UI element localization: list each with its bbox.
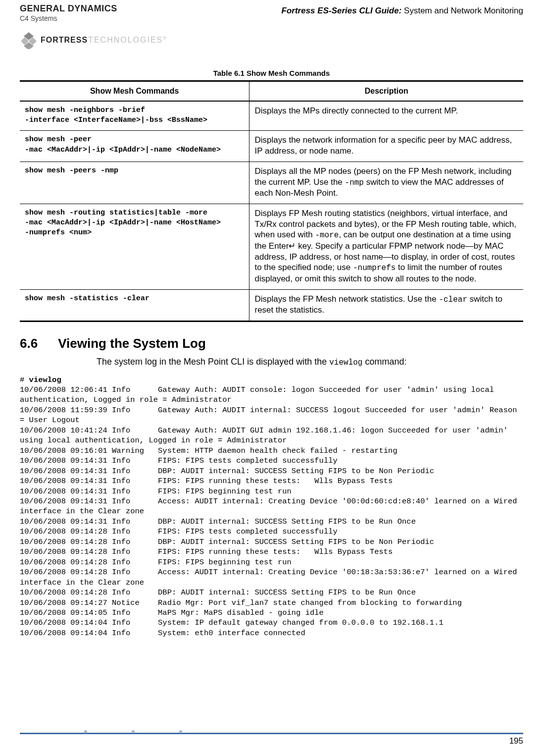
brand-technologies: TECHNOLOGIES® [88, 36, 167, 45]
show-mesh-commands-table: Show Mesh Commands Description show mesh… [20, 80, 523, 322]
table-header-row: Show Mesh Commands Description [20, 81, 523, 101]
shell-prompt: # [20, 376, 29, 384]
page-footer: 195 [20, 733, 523, 746]
desc-text: Displays FP Mesh routing statistics (nei… [249, 204, 523, 289]
fortress-icon [20, 31, 38, 49]
dot-icon [84, 730, 87, 733]
guide-title-em: Fortress ES-Series CLI Guide: [282, 6, 402, 15]
company-subline: C4 Systems [20, 14, 57, 22]
desc-mono: -nmp [345, 178, 364, 187]
cmd-text: show mesh -statistics -clear [25, 294, 244, 304]
desc-text: Displays all the MP nodes (peers) on the… [249, 162, 523, 204]
table-row: show mesh -peers -nmp Displays all the M… [20, 162, 523, 204]
guide-title-rest: System and Network Monitoring [401, 6, 523, 15]
logo-block: GENERAL DYNAMICS C4 Systems FORTRESS [20, 4, 167, 49]
guide-title: Fortress ES-Series CLI Guide: System and… [282, 6, 523, 16]
col-commands: Show Mesh Commands [20, 81, 249, 101]
dot-icon [132, 730, 135, 733]
para-mono: viewlog [329, 358, 362, 367]
company-name: GENERAL DYNAMICS [20, 4, 117, 13]
cmd-text: show mesh -peers -nmp [25, 166, 244, 176]
dot-icon [179, 730, 182, 733]
para-part: The system log in the Mesh Point CLI is … [97, 357, 329, 367]
cmd-text: show mesh -neighbors -brief -interface <… [25, 106, 244, 126]
viewlog-output: # viewlog 10/06/2008 12:06:41 Info Gatew… [20, 375, 523, 639]
page-header: GENERAL DYNAMICS C4 Systems FORTRESS [20, 0, 523, 49]
desc-part: Displays the FP Mesh network statistics.… [254, 294, 439, 304]
page-number: 195 [509, 736, 523, 746]
brand-tech-text: TECHNOLOGIES [88, 36, 163, 44]
brand-fortress: FORTRESS [41, 36, 88, 45]
table-row: show mesh -statistics -clear Displays th… [20, 289, 523, 321]
desc-text: Displays the network information for a s… [249, 131, 523, 162]
section-number: 6.6 [20, 336, 54, 351]
brand-row: FORTRESS TECHNOLOGIES® [20, 31, 167, 49]
desc-mono: -numprefs [353, 264, 395, 272]
col-description: Description [249, 81, 523, 101]
table-row: show mesh -neighbors -brief -interface <… [20, 101, 523, 131]
table-row: show mesh -routing statistics|table -mor… [20, 204, 523, 289]
cmd-text: show mesh -routing statistics|table -mor… [25, 208, 244, 238]
enter-key: Enter↵ [269, 241, 296, 251]
brand-reg: ® [163, 36, 167, 41]
shell-command: viewlog [29, 376, 61, 384]
desc-text: Displays the MPs directly connected to t… [249, 101, 523, 131]
section-heading: 6.6 Viewing the System Log [20, 336, 523, 351]
desc-mono: -more [315, 231, 339, 240]
table-row: show mesh -peer -mac <MacAddr>|-ip <IpAd… [20, 131, 523, 162]
section-title-text: Viewing the System Log [58, 336, 206, 351]
log-body: 10/06/2008 12:06:41 Info Gateway Auth: A… [20, 385, 522, 638]
footer-decoration [84, 730, 182, 733]
section-paragraph: The system log in the Mesh Point CLI is … [97, 356, 453, 368]
cmd-text: show mesh -peer -mac <MacAddr>|-ip <IpAd… [25, 135, 244, 155]
table-caption: Table 6.1 Show Mesh Commands [20, 69, 523, 77]
page: GENERAL DYNAMICS C4 Systems FORTRESS [0, 0, 543, 756]
para-part: command: [362, 357, 406, 367]
desc-text: Displays the FP Mesh network statistics.… [249, 289, 523, 321]
desc-mono: -clear [439, 295, 467, 304]
